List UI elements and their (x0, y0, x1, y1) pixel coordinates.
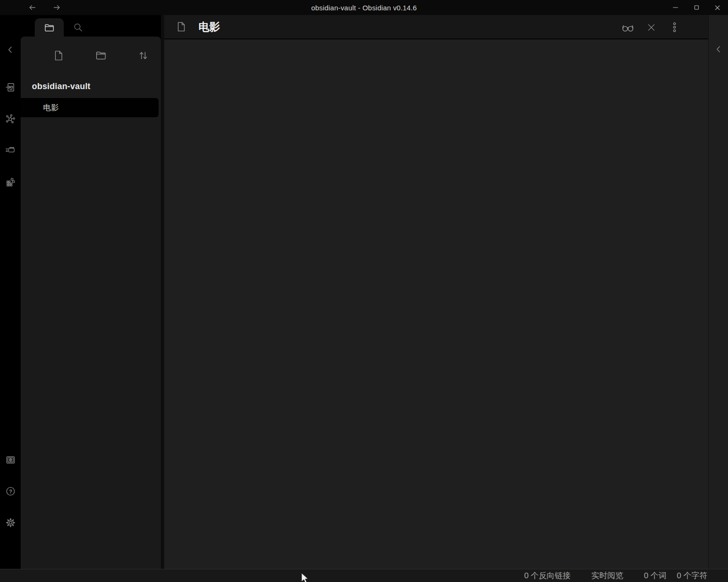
editor-pane: 电影 (164, 15, 708, 569)
titlebar: obsidian-vault - Obsidian v0.14.6 (0, 0, 728, 15)
history-forward-button[interactable] (49, 1, 65, 14)
random-note-button[interactable] (0, 173, 21, 191)
window-title: obsidian-vault - Obsidian v0.14.6 (0, 4, 728, 12)
sidebar-resize-handle[interactable] (161, 15, 164, 569)
quick-switcher-icon (5, 82, 15, 92)
search-icon (73, 22, 83, 33)
maximize-button[interactable] (686, 0, 707, 15)
file-row-selected[interactable]: 电影 (21, 98, 159, 117)
glasses-icon (622, 21, 634, 34)
obsidian-window: obsidian-vault - Obsidian v0.14.6 (0, 0, 728, 582)
edit-mode-toggle[interactable]: 实时阅览 (592, 570, 623, 581)
settings-button[interactable] (0, 513, 21, 532)
word-count: 0 个词 (644, 570, 667, 581)
reading-mode-button[interactable] (621, 21, 634, 34)
arrow-left-icon (28, 3, 37, 12)
explorer-toolbar (48, 45, 153, 66)
chevron-left-icon (714, 45, 723, 54)
pane-header: 电影 (164, 15, 708, 39)
sort-order-button[interactable] (133, 45, 153, 66)
sort-arrows-icon (137, 50, 149, 61)
chevron-left-icon (6, 45, 15, 54)
word-char-counts: 0 个词 0 个字符 (644, 570, 707, 581)
tab-search[interactable] (66, 18, 90, 37)
left-ribbon: ? (0, 15, 21, 569)
pane-actions (621, 15, 681, 39)
close-pane-icon (646, 23, 656, 32)
minimize-icon (671, 3, 680, 12)
close-icon (713, 4, 721, 12)
document-icon (176, 21, 186, 32)
backlinks-count[interactable]: 0 个反向链接 (524, 570, 570, 581)
three-dots-vertical-icon (670, 22, 679, 33)
close-window-button[interactable] (707, 0, 728, 15)
vault-name[interactable]: obsidian-vault (32, 82, 91, 91)
collapse-left-sidebar-button[interactable] (0, 40, 21, 59)
new-note-icon (53, 50, 64, 61)
more-options-button[interactable] (668, 21, 681, 34)
graph-view-button[interactable] (0, 109, 21, 128)
window-controls (665, 0, 728, 15)
open-vault-button[interactable] (0, 450, 21, 469)
help-button[interactable]: ? (0, 482, 21, 500)
new-folder-button[interactable] (91, 45, 111, 66)
arrow-right-icon (52, 3, 61, 12)
file-explorer-panel: obsidian-vault 电影 (21, 37, 161, 569)
new-folder-icon (95, 49, 107, 61)
maximize-icon (693, 4, 700, 11)
vault-icon (5, 454, 16, 465)
folder-icon (44, 22, 55, 33)
history-back-button[interactable] (24, 1, 40, 14)
help-icon: ? (5, 486, 16, 497)
expand-right-sidebar-button[interactable] (709, 40, 728, 59)
right-ribbon (708, 15, 728, 569)
file-name: 电影 (43, 103, 59, 113)
command-palette-icon (5, 145, 15, 155)
quick-switcher-button[interactable] (0, 78, 21, 97)
char-count: 0 个字符 (677, 570, 707, 581)
pane-title: 电影 (198, 20, 220, 34)
status-bar: 0 个反向链接 实时阅览 0 个词 0 个字符 (0, 569, 728, 582)
minimize-button[interactable] (665, 0, 686, 15)
gear-icon (5, 517, 16, 528)
svg-text:?: ? (9, 488, 12, 494)
editor-content[interactable] (164, 39, 708, 569)
close-pane-button[interactable] (645, 21, 658, 34)
tab-file-explorer[interactable] (35, 18, 64, 37)
graph-view-icon (5, 113, 15, 124)
command-palette-button[interactable] (0, 141, 21, 159)
random-note-icon (5, 177, 15, 187)
new-note-button[interactable] (48, 45, 68, 66)
